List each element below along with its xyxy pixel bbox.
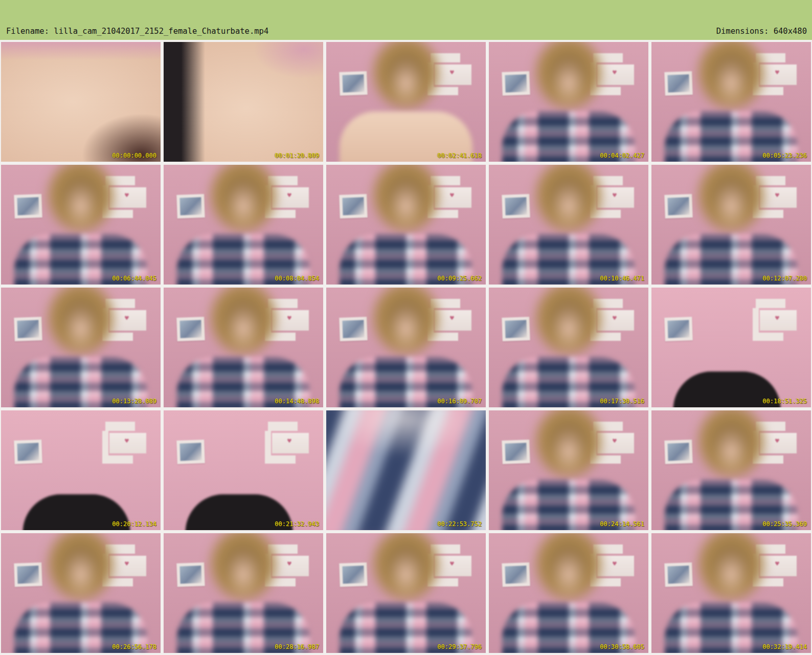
timestamp-overlay: 00:05:23.236 (762, 152, 807, 159)
timestamp-overlay: 00:28:16.987 (275, 643, 319, 650)
video-thumbnail: 00:21:32.943 (164, 410, 323, 530)
video-thumbnail: 00:04:02.427 (489, 42, 648, 162)
picture-frame-decor (664, 317, 693, 341)
wall-letters-decor (265, 422, 312, 466)
video-thumbnail: 00:09:25.662 (326, 165, 486, 285)
video-thumbnail: 00:02:41.618 (326, 42, 486, 162)
picture-frame-decor (14, 440, 42, 464)
picture-frame-decor (176, 440, 205, 464)
video-thumbnail: 00:06:44.045 (1, 165, 161, 285)
video-thumbnail: 00:05:23.236 (651, 42, 811, 162)
timestamp-overlay: 00:25:35.369 (762, 520, 807, 528)
wall-letters-decor (753, 299, 800, 343)
video-thumbnail: 00:29:37.796 (326, 533, 486, 653)
timestamp-overlay: 00:32:19.414 (762, 643, 807, 650)
timestamp-overlay: 00:12:07.280 (762, 275, 807, 282)
blurred-frame-fill (326, 410, 486, 530)
video-thumbnail: 00:17:30.516 (489, 288, 648, 407)
filename-value: lilla_cam_21042017_2152_female_Chaturbat… (54, 27, 268, 36)
video-thumbnail: 00:12:07.280 (651, 165, 811, 285)
dimensions-value: 640x480 (774, 27, 807, 36)
timestamp-overlay: 00:13:28.089 (112, 398, 156, 405)
video-thumbnail: 00:24:14.561 (489, 410, 648, 530)
timestamp-overlay: 00:06:44.045 (112, 275, 156, 282)
timestamp-overlay: 00:08:04.854 (275, 275, 319, 282)
timestamp-overlay: 00:02:41.618 (437, 152, 482, 159)
timestamp-overlay: 00:20:12.134 (112, 520, 156, 528)
video-thumbnail: 00:13:28.089 (1, 288, 161, 407)
video-thumbnail: 00:10:46.471 (489, 165, 648, 285)
video-thumbnail: 00:14:48.898 (164, 288, 323, 407)
info-header: Filename: lilla_cam_21042017_2152_female… (0, 0, 812, 40)
timestamp-overlay: 00:22:53.752 (437, 520, 482, 528)
video-thumbnail: 00:30:58.605 (489, 533, 648, 653)
timestamp-overlay: 00:00:00.000 (112, 152, 156, 159)
timestamp-overlay: 00:18:51.325 (762, 398, 807, 405)
video-thumbnail: 00:22:53.752 (326, 410, 486, 530)
video-thumbnail: 00:20:12.134 (1, 410, 161, 530)
timestamp-overlay: 00:09:25.662 (437, 275, 482, 282)
timestamp-overlay: 00:21:32.943 (275, 520, 319, 528)
dimensions-row: Dimensions: 640x480 (688, 26, 807, 37)
timestamp-overlay: 00:24:14.561 (600, 520, 644, 528)
timestamp-overlay: 00:29:37.796 (437, 643, 482, 650)
video-thumbnail: 00:18:51.325 (651, 288, 811, 407)
timestamp-overlay: 00:26:56.178 (112, 643, 156, 650)
dimensions-label: Dimensions: (716, 27, 769, 36)
timestamp-overlay: 00:17:30.516 (600, 398, 644, 405)
video-thumbnail: 00:26:56.178 (1, 533, 161, 653)
video-thumbnail: 00:32:19.414 (651, 533, 811, 653)
timestamp-overlay: 00:14:48.898 (275, 398, 319, 405)
video-thumbnail: 00:00:00.000 (1, 42, 161, 162)
timestamp-overlay: 00:04:02.427 (600, 152, 644, 159)
video-thumbnail: 00:25:35.369 (651, 410, 811, 530)
timestamp-overlay: 00:10:46.471 (600, 275, 644, 282)
timestamp-overlay: 00:16:09.707 (437, 398, 482, 405)
timestamp-overlay: 00:01:20.809 (275, 152, 319, 159)
video-thumbnail: 00:08:04.854 (164, 165, 323, 285)
video-thumbnail: 00:28:16.987 (164, 533, 323, 653)
filename-row: Filename: lilla_cam_21042017_2152_female… (6, 26, 268, 37)
video-thumbnail: 00:01:20.809 (164, 42, 323, 162)
timestamp-overlay: 00:30:58.605 (600, 643, 644, 650)
thumbnail-grid: 00:00:00.000 00:01:20.809 00:02:41.618 0… (0, 40, 812, 654)
video-thumbnail: 00:16:09.707 (326, 288, 486, 407)
filename-label: Filename: (6, 27, 49, 36)
wall-letters-decor (102, 422, 149, 466)
